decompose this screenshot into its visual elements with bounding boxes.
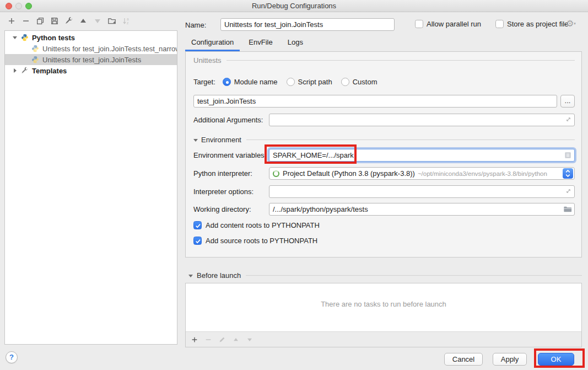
help-button[interactable]: ? [6, 351, 18, 363]
window-title: Run/Debug Configurations [0, 0, 588, 12]
radio-unselected-icon[interactable] [287, 78, 295, 86]
move-down-icon [93, 17, 102, 25]
radio-label: Custom [353, 78, 377, 86]
new-folder-icon[interactable] [107, 17, 116, 25]
tab-logs[interactable]: Logs [282, 35, 309, 51]
checkbox-checked[interactable] [193, 237, 202, 245]
combo-stepper-icon[interactable] [563, 168, 573, 179]
divider [246, 140, 575, 140]
edit-templates-wrench-icon[interactable] [64, 17, 73, 25]
environment-section-header[interactable]: Environment [192, 136, 575, 144]
expand-field-icon[interactable] [565, 116, 572, 123]
allow-parallel-run-label: Allow parallel run [427, 20, 481, 28]
radio-script-path[interactable]: Script path [287, 78, 332, 86]
move-up-icon[interactable] [79, 17, 88, 25]
add-icon[interactable] [7, 17, 16, 25]
radio-label: Module name [234, 78, 278, 86]
remove-icon[interactable] [21, 17, 30, 25]
before-launch-toolbar [186, 331, 581, 347]
folder-icon[interactable] [563, 205, 572, 213]
svg-text:z: z [127, 21, 128, 25]
environment-section-label: Environment [201, 136, 241, 144]
environment-variables-label: Environment variables: [193, 151, 266, 159]
python-interpreter-value: Project Default (Python 3.8 (pyspark-3.8… [283, 169, 415, 178]
divider [226, 60, 575, 61]
collapsed-triangle-icon[interactable] [12, 67, 18, 74]
python-icon [21, 34, 29, 41]
python-faded-icon [31, 45, 39, 52]
apply-button[interactable]: Apply [493, 353, 527, 366]
store-as-project-file-checkbox[interactable]: Store as project file [495, 20, 568, 28]
env-vars-list-icon[interactable] [564, 151, 572, 159]
environment-variables-input[interactable] [269, 149, 575, 162]
add-content-roots-label: Add content roots to PYTHONPATH [206, 221, 320, 229]
additional-arguments-label: Additional Arguments: [193, 116, 263, 124]
tree-item-jointests-selected[interactable]: Unittests for test_join.JoinTests [5, 54, 177, 65]
tab-configuration[interactable]: Configuration [185, 35, 240, 51]
radio-module-name[interactable]: Module name [223, 78, 278, 86]
target-label: Target: [193, 78, 215, 86]
move-task-down-icon [246, 336, 253, 344]
configurations-tree: Python tests Unittests for test_join.Joi… [4, 30, 177, 345]
title-bar: Run/Debug Configurations [0, 0, 588, 12]
python-interpreter-row: Python interpreter: Project Default (Pyt… [193, 167, 575, 180]
unittests-group-label: Unittests [193, 56, 222, 65]
configurations-toolbar: az [7, 17, 131, 25]
working-directory-row: Working directory: [193, 203, 575, 216]
tree-item-templates[interactable]: Templates [5, 65, 177, 76]
python-faded-icon [31, 56, 39, 63]
name-input[interactable] [220, 18, 395, 31]
expanded-triangle-icon[interactable] [12, 34, 18, 41]
working-directory-input[interactable] [269, 203, 575, 216]
tree-item-label: Templates [32, 67, 67, 75]
tree-item-label: Unittests for test_join.JoinTests [42, 56, 141, 64]
checkbox-unchecked[interactable] [415, 20, 423, 28]
radio-custom[interactable]: Custom [341, 78, 377, 86]
add-content-roots-checkbox[interactable]: Add content roots to PYTHONPATH [193, 221, 320, 229]
store-as-project-file-label: Store as project file [507, 20, 568, 28]
before-launch-label: Before launch [197, 271, 241, 280]
divider [246, 275, 582, 276]
svg-text:a: a [127, 17, 129, 21]
radio-label: Script path [298, 78, 332, 86]
before-launch-panel: There are no tasks to run before launch [185, 283, 582, 347]
move-task-up-icon [232, 336, 240, 344]
additional-arguments-row: Additional Arguments: [193, 114, 575, 126]
add-source-roots-checkbox[interactable]: Add source roots to PYTHONPATH [193, 236, 317, 245]
copy-icon[interactable] [36, 17, 45, 25]
checkbox-checked[interactable] [193, 221, 202, 229]
python-interpreter-label: Python interpreter: [193, 169, 252, 178]
additional-arguments-input[interactable] [269, 114, 575, 126]
radio-unselected-icon[interactable] [341, 78, 349, 86]
target-input[interactable] [193, 95, 557, 108]
cancel-button[interactable]: Cancel [444, 353, 483, 366]
configuration-panel: Unittests Target: Module name Script pat… [185, 51, 582, 258]
interpreter-options-row: Interpreter options: [193, 185, 575, 198]
ok-button[interactable]: OK [538, 353, 574, 366]
add-task-icon[interactable] [191, 336, 198, 344]
interpreter-options-label: Interpreter options: [193, 187, 253, 196]
radio-selected-icon[interactable] [223, 78, 231, 86]
before-launch-empty-text: There are no tasks to run before launch [186, 300, 581, 308]
tree-item-test-narrow[interactable]: Unittests for test_join.JoinTests.test_n… [5, 43, 177, 54]
collapse-triangle-icon[interactable] [192, 137, 199, 143]
remove-task-icon [204, 336, 212, 344]
name-label: Name: [185, 21, 206, 29]
interpreter-options-input[interactable] [269, 185, 575, 198]
settings-gear-icon[interactable]: ⚙▾ [566, 19, 576, 28]
collapse-triangle-icon[interactable] [187, 272, 194, 279]
environment-variables-row: Environment variables: [193, 149, 575, 162]
tab-envfile[interactable]: EnvFile [242, 35, 278, 51]
tree-item-label: Python tests [32, 34, 75, 42]
tree-item-python-tests[interactable]: Python tests [5, 32, 177, 43]
expand-field-icon[interactable] [565, 187, 572, 195]
conda-environment-icon [273, 170, 279, 177]
before-launch-header[interactable]: Before launch [187, 271, 582, 280]
checkbox-unchecked[interactable] [495, 20, 504, 28]
python-interpreter-select[interactable]: Project Default (Python 3.8 (pyspark-3.8… [269, 167, 575, 180]
wrench-icon [21, 67, 29, 74]
save-icon[interactable] [50, 17, 59, 25]
allow-parallel-run-checkbox[interactable]: Allow parallel run [415, 20, 481, 28]
tree-item-label: Unittests for test_join.JoinTests.test_n… [42, 45, 177, 53]
browse-button[interactable]: ... [560, 95, 575, 108]
